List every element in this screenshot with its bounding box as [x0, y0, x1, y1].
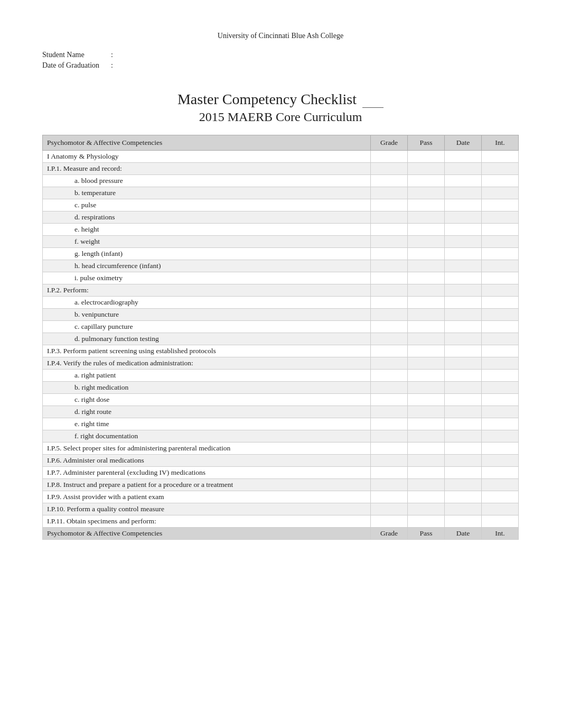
col-pass-cell: [408, 211, 445, 224]
col-date-cell: [445, 503, 482, 515]
col-date-cell: [445, 479, 482, 491]
col-date-cell: [445, 430, 482, 443]
col-grade-cell: [371, 260, 408, 272]
col-grade-cell: [371, 175, 408, 187]
col-date-cell: [445, 260, 482, 272]
col-int-cell: [482, 236, 519, 248]
competency-cell: I.P.3. Perform patient screening using e…: [43, 345, 371, 357]
student-name-label: Student Name: [42, 51, 111, 59]
table-row: I.P.5. Select proper sites for administe…: [43, 443, 519, 455]
col-pass-cell: [408, 321, 445, 333]
col-grade-cell: [371, 455, 408, 467]
col-grade-cell: [371, 345, 408, 357]
col-int-cell: [482, 248, 519, 260]
competency-cell: I.P.2. Perform:: [43, 284, 371, 297]
page-header: University of Cincinnati Blue Ash Colleg…: [42, 32, 519, 70]
col-pass-cell: [408, 479, 445, 491]
col-pass-cell: [408, 406, 445, 418]
col-grade-cell: [371, 467, 408, 479]
table-row: c. capillary puncture: [43, 321, 519, 333]
col-int-cell: [482, 321, 519, 333]
col-date-cell: [445, 211, 482, 224]
table-footer-row: Psychomotor & Affective CompetenciesGrad…: [43, 528, 519, 540]
col-pass-cell: [408, 333, 445, 345]
col-grade-cell: [371, 297, 408, 309]
col-grade-cell: [371, 357, 408, 370]
col-pass-cell: [408, 151, 445, 163]
competency-cell: I Anatomy & Physiology: [43, 151, 371, 163]
col-pass-cell: [408, 491, 445, 503]
graduation-colon: :: [111, 61, 113, 70]
col-grade-cell: [371, 236, 408, 248]
col-date-cell: [445, 418, 482, 430]
col-pass-cell: [408, 284, 445, 297]
col-int-cell: [482, 406, 519, 418]
col-header-grade: Grade: [371, 135, 408, 151]
col-grade-cell: [371, 151, 408, 163]
col-int-cell: [482, 163, 519, 175]
col-date-cell: [445, 309, 482, 321]
col-date-cell: [445, 284, 482, 297]
col-int-cell: [482, 467, 519, 479]
table-row: i. pulse oximetry: [43, 272, 519, 284]
col-grade-cell: [371, 430, 408, 443]
table-row: f. right documentation: [43, 430, 519, 443]
graduation-label: Date of Graduation: [42, 61, 111, 70]
table-row: I.P.11. Obtain specimens and perform:: [43, 515, 519, 528]
col-int-cell: [482, 199, 519, 211]
competency-table: Psychomotor & Affective Competencies Gra…: [42, 135, 519, 540]
competency-cell: a. electrocardiography: [43, 297, 371, 309]
col-date-cell: [445, 394, 482, 406]
competency-cell: f. weight: [43, 236, 371, 248]
col-grade-cell: [371, 333, 408, 345]
student-name-row: Student Name :: [42, 51, 519, 59]
col-pass-cell: [408, 236, 445, 248]
col-date-cell: [445, 248, 482, 260]
competency-cell: c. capillary puncture: [43, 321, 371, 333]
col-pass-cell: [408, 455, 445, 467]
col-header-competency: Psychomotor & Affective Competencies: [43, 135, 371, 151]
col-grade-cell: [371, 321, 408, 333]
col-int-cell: [482, 260, 519, 272]
competency-cell: e. height: [43, 224, 371, 236]
col-int-cell: [482, 211, 519, 224]
col-int-cell: [482, 345, 519, 357]
table-row: h. head circumference (infant): [43, 260, 519, 272]
col-pass-cell: [408, 260, 445, 272]
col-int-cell: [482, 455, 519, 467]
col-pass-cell: [408, 224, 445, 236]
col-date-cell: [445, 467, 482, 479]
col-date-cell: [445, 187, 482, 199]
competency-cell: g. length (infant): [43, 248, 371, 260]
col-grade-cell: [371, 503, 408, 515]
competency-cell: c. pulse: [43, 199, 371, 211]
col-grade-cell: [371, 479, 408, 491]
footer-grade: Grade: [371, 528, 408, 540]
table-row: a. right patient: [43, 370, 519, 382]
col-grade-cell: [371, 163, 408, 175]
col-date-cell: [445, 382, 482, 394]
col-date-cell: [445, 333, 482, 345]
table-header-row: Psychomotor & Affective Competencies Gra…: [43, 135, 519, 151]
competency-cell: e. right time: [43, 418, 371, 430]
col-int-cell: [482, 430, 519, 443]
footer-date: Date: [445, 528, 482, 540]
col-grade-cell: [371, 515, 408, 528]
col-grade-cell: [371, 418, 408, 430]
table-row: c. right dose: [43, 394, 519, 406]
col-pass-cell: [408, 443, 445, 455]
col-date-cell: [445, 345, 482, 357]
table-row: d. right route: [43, 406, 519, 418]
competency-cell: d. pulmonary function testing: [43, 333, 371, 345]
sub-title: 2015 MAERB Core Curriculum: [42, 110, 519, 124]
col-int-cell: [482, 382, 519, 394]
col-int-cell: [482, 297, 519, 309]
col-pass-cell: [408, 430, 445, 443]
col-grade-cell: [371, 443, 408, 455]
competency-cell: b. temperature: [43, 187, 371, 199]
col-pass-cell: [408, 370, 445, 382]
col-int-cell: [482, 394, 519, 406]
col-date-cell: [445, 443, 482, 455]
competency-cell: d. right route: [43, 406, 371, 418]
competency-cell: b. venipuncture: [43, 309, 371, 321]
